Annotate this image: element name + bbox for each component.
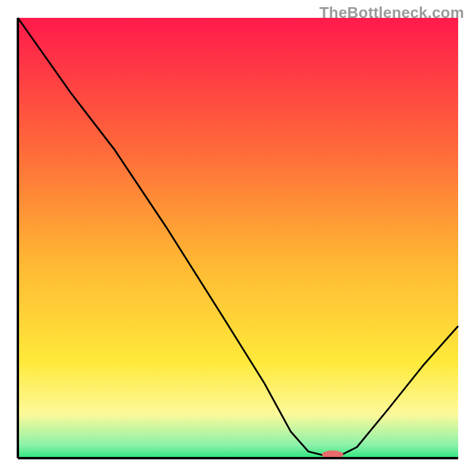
- chart-container: TheBottleneck.com: [0, 0, 476, 476]
- watermark-text: TheBottleneck.com: [320, 4, 464, 22]
- plot-background: [18, 18, 458, 458]
- bottleneck-chart: [0, 0, 476, 476]
